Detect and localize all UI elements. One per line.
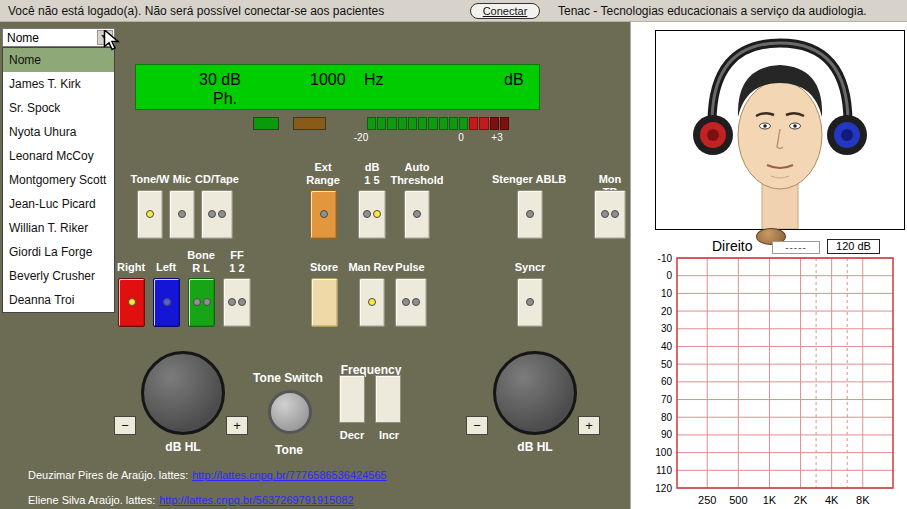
syncr-led bbox=[526, 298, 534, 306]
auto-threshold-label: Auto Threshold bbox=[390, 161, 443, 186]
bone-l-led bbox=[203, 298, 211, 306]
right-db-hl-label: dB HL bbox=[517, 440, 552, 454]
right-ear-button[interactable] bbox=[118, 278, 145, 327]
pulse-label: Pulse bbox=[395, 261, 424, 274]
patient-option[interactable]: Montgomery Scott bbox=[3, 168, 114, 192]
tape-led bbox=[218, 210, 226, 218]
patient-option[interactable]: Nyota Uhura bbox=[3, 120, 114, 144]
tone-w-button[interactable] bbox=[137, 190, 163, 239]
patient-option[interactable]: Jean-Luc Picard bbox=[3, 192, 114, 216]
credit-link-2[interactable]: http://lattes.cnpq.br/5637269791915082 bbox=[159, 494, 354, 506]
audiogram-chart: -1001020304050607080901001101202505001K2… bbox=[640, 252, 902, 506]
ff-label: FF 1 2 bbox=[229, 249, 244, 274]
patient-option[interactable]: Sr. Spock bbox=[3, 96, 114, 120]
vu-segment bbox=[490, 117, 499, 130]
store-label: Store bbox=[310, 261, 338, 274]
bone-button[interactable] bbox=[188, 278, 215, 327]
pulse-led-2 bbox=[412, 298, 420, 306]
patient-select[interactable]: Nome bbox=[2, 28, 115, 47]
patient-option[interactable]: Beverly Crusher bbox=[3, 264, 114, 288]
store-button[interactable] bbox=[311, 278, 338, 327]
left-db-hl-knob[interactable] bbox=[141, 351, 225, 435]
cd-tape-button[interactable] bbox=[201, 190, 233, 239]
left-db-increase-button[interactable]: + bbox=[226, 416, 248, 435]
left-ear-button[interactable] bbox=[153, 278, 180, 327]
left-db-decrease-button[interactable]: − bbox=[114, 416, 136, 435]
mouse-cursor bbox=[103, 30, 121, 51]
right-db-increase-button[interactable]: + bbox=[578, 416, 600, 435]
tone-switch-knob[interactable] bbox=[268, 390, 312, 434]
display-frequency-unit: Hz bbox=[364, 71, 384, 89]
right-label: Right bbox=[117, 261, 145, 274]
vu-segment bbox=[428, 117, 437, 130]
db-1-led bbox=[363, 210, 371, 218]
patient-option[interactable]: Willian T. Riker bbox=[3, 216, 114, 240]
stenger-ablb-label: Stenger ABLB bbox=[492, 173, 566, 186]
svg-text:2K: 2K bbox=[794, 494, 808, 506]
auto-threshold-button[interactable] bbox=[404, 190, 430, 239]
syncr-button[interactable] bbox=[517, 278, 543, 327]
vu-segment bbox=[459, 117, 468, 130]
cd-tape-label: CD/Tape bbox=[195, 173, 239, 186]
svg-text:110: 110 bbox=[656, 465, 672, 476]
credit-link-1[interactable]: http://lattes.cnpq.br/7776586536424565 bbox=[192, 469, 387, 481]
display-level-value: 30 dB bbox=[199, 71, 241, 89]
mon-tb-button[interactable] bbox=[594, 190, 626, 239]
frequency-increase-button[interactable] bbox=[375, 375, 401, 423]
ff-2-led bbox=[238, 298, 246, 306]
svg-text:0: 0 bbox=[666, 270, 672, 281]
vu-segment bbox=[500, 117, 509, 130]
patient-option[interactable]: James T. Kirk bbox=[3, 72, 114, 96]
patient-dropdown-list: NomeJames T. KirkSr. SpockNyota UhuraLeo… bbox=[2, 47, 115, 313]
tone-label: Tone bbox=[275, 443, 303, 457]
vu-segment bbox=[469, 117, 478, 130]
vu-zero-label: 0 bbox=[458, 132, 464, 143]
right-ear-led bbox=[128, 298, 136, 306]
right-db-decrease-button[interactable]: − bbox=[466, 416, 488, 435]
right-db-hl-knob[interactable] bbox=[493, 351, 577, 435]
tb-led bbox=[611, 210, 619, 218]
mon-led bbox=[601, 210, 609, 218]
brand-text: Tenac - Tecnologias educacionais a servi… bbox=[558, 4, 867, 18]
svg-text:-10: -10 bbox=[658, 253, 673, 264]
ff-1-led bbox=[228, 298, 236, 306]
frequency-decrease-button[interactable] bbox=[339, 375, 365, 423]
green-indicator bbox=[253, 117, 279, 130]
man-rev-button[interactable] bbox=[359, 278, 385, 327]
audiometer-app: Você não está logado(a). Não será possív… bbox=[0, 0, 907, 509]
patient-option[interactable]: Leonard McCoy bbox=[3, 144, 114, 168]
vu-segment bbox=[398, 117, 407, 130]
connect-button[interactable]: Conectar bbox=[470, 3, 540, 19]
credit-text-2: Eliene Silva Araújo. lattes: bbox=[28, 494, 155, 506]
vu-segment bbox=[479, 117, 488, 130]
mic-button[interactable] bbox=[169, 190, 195, 239]
ext-range-button[interactable] bbox=[310, 190, 337, 239]
db-5-led bbox=[373, 210, 381, 218]
vu-segment bbox=[439, 117, 448, 130]
decr-label: Decr bbox=[340, 429, 364, 441]
left-ear-led bbox=[163, 298, 171, 306]
display-ph-label: Ph. bbox=[213, 90, 237, 108]
svg-text:70: 70 bbox=[661, 394, 673, 405]
svg-text:40: 40 bbox=[661, 341, 673, 352]
patient-option[interactable]: Deanna Troi bbox=[3, 288, 114, 312]
patient-option[interactable]: Giordi La Forge bbox=[3, 240, 114, 264]
mic-led bbox=[178, 210, 186, 218]
patient-option[interactable]: Nome bbox=[3, 48, 114, 72]
vu-meter bbox=[367, 117, 509, 130]
pulse-button[interactable] bbox=[395, 278, 427, 327]
login-status-text: Você não está logado(a). Não será possív… bbox=[8, 4, 384, 18]
patient-headphones-image bbox=[656, 31, 904, 229]
left-label: Left bbox=[156, 261, 176, 274]
stenger-ablb-button[interactable] bbox=[517, 190, 543, 239]
mic-label: Mic bbox=[173, 173, 191, 186]
svg-text:100: 100 bbox=[655, 447, 672, 458]
db-1-5-button[interactable] bbox=[358, 190, 386, 239]
display-db-unit: dB bbox=[504, 71, 524, 89]
man-rev-led bbox=[368, 298, 376, 306]
ff-button[interactable] bbox=[223, 278, 251, 327]
display-frequency-value: 1000 bbox=[310, 71, 346, 89]
vu-min-label: -20 bbox=[354, 132, 368, 143]
top-bar: Você não está logado(a). Não será possív… bbox=[0, 0, 907, 22]
patient-image-frame bbox=[655, 30, 905, 230]
